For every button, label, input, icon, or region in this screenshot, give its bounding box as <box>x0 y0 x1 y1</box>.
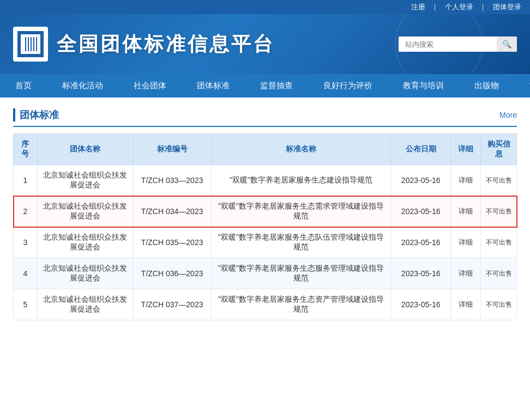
org-cell: 北京知诚社会组织众扶发展促进会 <box>37 258 133 289</box>
svg-rect-1 <box>26 34 28 54</box>
seq-cell: 2 <box>14 196 38 227</box>
seq-cell: 1 <box>14 165 38 196</box>
date-cell: 2023-05-16 <box>391 196 451 227</box>
register-link[interactable]: 注册 <box>411 3 425 11</box>
name-cell: "双暖"数字养老居家服务生态服务管理域建设指导规范 <box>211 258 391 289</box>
content-area: 团体标准 More 序号 团体名称 标准编号 标准名称 公布日期 详细 购买信息… <box>0 98 530 331</box>
th-name: 标准名称 <box>211 134 391 165</box>
nav-item-supervision[interactable]: 监督抽查 <box>245 74 308 98</box>
org-cell: 北京知诚社会组织众扶发展促进会 <box>37 227 133 258</box>
svg-rect-7 <box>21 51 40 54</box>
table-row: 4北京知诚社会组织众扶发展促进会T/ZCH 036—2023"双暖"数字养老居家… <box>14 258 517 289</box>
nav-item-home[interactable]: 首页 <box>0 74 47 98</box>
nav-item-group-standards[interactable]: 团体标准 <box>182 74 245 98</box>
header: 全国团体标准信息平台 🔍 <box>0 14 530 74</box>
buy-cell: 不可出售 <box>481 165 517 196</box>
header-right: 🔍 <box>399 36 517 52</box>
main-nav: 首页 标准化活动 社会团体 团体标准 监督抽查 良好行为评价 教育与培训 出版物… <box>0 74 530 98</box>
svg-rect-6 <box>21 34 40 37</box>
seq-cell: 4 <box>14 258 38 289</box>
group-login-link[interactable]: 团体登录 <box>493 3 521 11</box>
seq-cell: 3 <box>14 227 38 258</box>
name-cell: "双暖"数字养老居家服务生态资产管理域建设指导规范 <box>211 289 391 320</box>
th-buy: 购买信息 <box>481 134 517 165</box>
search-button[interactable]: 🔍 <box>497 36 517 52</box>
th-date: 公布日期 <box>391 134 451 165</box>
name-cell: "双暖"数字养老居家服务生态需求管理域建设指导规范 <box>211 196 391 227</box>
th-code: 标准编号 <box>133 134 211 165</box>
code-cell: T/ZCH 033—2023 <box>133 165 211 196</box>
section-header: 团体标准 More <box>13 108 517 127</box>
nav-item-education[interactable]: 教育与培训 <box>388 74 459 98</box>
detail-cell[interactable]: 详细 <box>451 196 481 227</box>
standards-table: 序号 团体名称 标准编号 标准名称 公布日期 详细 购买信息 1北京知诚社会组织… <box>13 133 517 320</box>
org-cell: 北京知诚社会组织众扶发展促进会 <box>37 196 133 227</box>
org-cell: 北京知诚社会组织众扶发展促进会 <box>37 165 133 196</box>
personal-login-link[interactable]: 个人登录 <box>445 3 473 11</box>
table-row: 1北京知诚社会组织众扶发展促进会T/ZCH 033—2023"双暖"数字养老居家… <box>14 165 517 196</box>
detail-cell[interactable]: 详细 <box>451 289 481 320</box>
table-row: 2北京知诚社会组织众扶发展促进会T/ZCH 034—2023"双暖"数字养老居家… <box>14 196 517 227</box>
svg-rect-3 <box>32 34 33 54</box>
code-cell: T/ZCH 035—2023 <box>133 227 211 258</box>
date-cell: 2023-05-16 <box>391 289 451 320</box>
code-cell: T/ZCH 037—2023 <box>133 289 211 320</box>
site-title: 全国团体标准信息平台 <box>57 31 275 58</box>
buy-cell: 不可出售 <box>481 258 517 289</box>
nav-item-good-behavior[interactable]: 良好行为评价 <box>308 74 388 98</box>
table-row: 5北京知诚社会组织众扶发展促进会T/ZCH 037—2023"双暖"数字养老居家… <box>14 289 517 320</box>
svg-rect-5 <box>37 34 40 54</box>
date-cell: 2023-05-16 <box>391 165 451 196</box>
date-cell: 2023-05-16 <box>391 258 451 289</box>
sep1: ｜ <box>431 3 438 11</box>
th-seq: 序号 <box>14 134 38 165</box>
date-cell: 2023-05-16 <box>391 227 451 258</box>
search-input[interactable] <box>399 37 497 52</box>
logo-box <box>13 27 48 62</box>
buy-cell: 不可出售 <box>481 289 517 320</box>
code-cell: T/ZCH 034—2023 <box>133 196 211 227</box>
search-box[interactable]: 🔍 <box>399 36 517 52</box>
header-left: 全国团体标准信息平台 <box>13 27 275 62</box>
section-more[interactable]: More <box>499 111 517 119</box>
table-header-row: 序号 团体名称 标准编号 标准名称 公布日期 详细 购买信息 <box>14 134 517 165</box>
section-title: 团体标准 <box>13 108 59 121</box>
code-cell: T/ZCH 036—2023 <box>133 258 211 289</box>
detail-cell[interactable]: 详细 <box>451 258 481 289</box>
name-cell: "双暖"数字养老居家服务生态队伍管理域建设指导规范 <box>211 227 391 258</box>
seq-cell: 5 <box>14 289 38 320</box>
nav-item-publications[interactable]: 出版物 <box>459 74 514 98</box>
org-cell: 北京知诚社会组织众扶发展促进会 <box>37 289 133 320</box>
buy-cell: 不可出售 <box>481 227 517 258</box>
svg-rect-0 <box>21 34 25 54</box>
sep2: ｜ <box>479 3 486 11</box>
table-row: 3北京知诚社会组织众扶发展促进会T/ZCH 035—2023"双暖"数字养老居家… <box>14 227 517 258</box>
svg-rect-2 <box>29 34 31 54</box>
detail-cell[interactable]: 详细 <box>451 165 481 196</box>
name-cell: "双暖"数字养老居家服务生态建设指导规范 <box>211 165 391 196</box>
logo-icon <box>17 31 44 57</box>
th-org: 团体名称 <box>37 134 133 165</box>
nav-item-faq[interactable]: 常见问题 <box>514 74 530 98</box>
detail-cell[interactable]: 详细 <box>451 227 481 258</box>
nav-item-social-groups[interactable]: 社会团体 <box>118 74 182 98</box>
nav-item-standardization[interactable]: 标准化活动 <box>47 74 118 98</box>
th-detail: 详细 <box>451 134 481 165</box>
svg-rect-4 <box>34 34 36 54</box>
buy-cell: 不可出售 <box>481 196 517 227</box>
top-bar: 注册 ｜ 个人登录 ｜ 团体登录 <box>0 0 530 14</box>
